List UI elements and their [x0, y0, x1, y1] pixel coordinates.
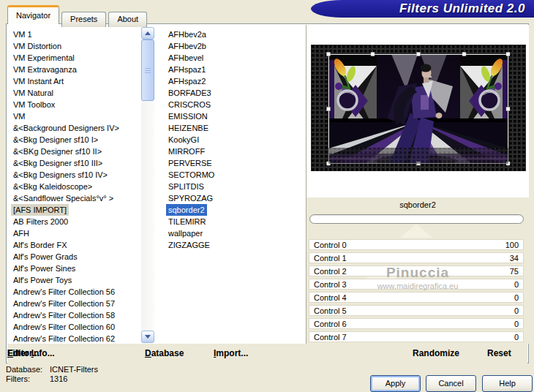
control-label: Control 4 — [314, 293, 347, 302]
category-list-item[interactable]: VM Toolbox — [7, 99, 141, 110]
category-list-item[interactable]: AB Filters 2000 — [7, 216, 141, 227]
category-list-item[interactable]: VM Experimental — [7, 52, 141, 64]
status-area: Database:ICNET-Filters Filters:1316 — [6, 365, 98, 384]
status-label: Filters: — [6, 374, 50, 384]
filter-list-item[interactable]: ZIGZAGGE — [157, 239, 306, 251]
category-list-item[interactable]: VM Natural — [7, 87, 141, 99]
filter-list-item[interactable]: MIRROFF — [157, 146, 306, 157]
category-list-item[interactable]: AFH — [7, 227, 141, 239]
filter-list-item[interactable]: SPLITDIS — [157, 181, 306, 192]
control-slider-row[interactable]: Control 1 34 — [309, 252, 524, 263]
control-label: Control 0 — [314, 240, 347, 249]
control-label: Control 3 — [314, 279, 347, 289]
apply-button[interactable]: Apply — [370, 375, 421, 392]
reset-button[interactable]: Reset — [487, 348, 511, 358]
filter-list-item[interactable]: PERVERSE — [157, 157, 306, 169]
controls-list: Control 0 100 Control 1 34 Control 2 75 … — [309, 239, 524, 344]
category-list-item[interactable]: Andrew's Filter Collection 56 — [7, 286, 141, 298]
control-value: 0 — [514, 279, 519, 289]
tab-bar: NavigatorPresetsAbout — [7, 5, 149, 23]
filter-list-item[interactable]: AFHbev2a — [157, 29, 306, 40]
scrollbar-down-button[interactable] — [141, 331, 154, 343]
filter-list-item[interactable]: sqborder2 — [157, 204, 306, 216]
watermark-triangle — [400, 224, 432, 238]
control-slider-row[interactable]: Control 6 0 — [309, 318, 524, 329]
cancel-button[interactable]: Cancel — [426, 375, 476, 392]
control-label: Control 6 — [314, 319, 347, 328]
scrollbar-grip-icon — [145, 68, 151, 74]
filter-list-item[interactable]: CRISCROS — [157, 99, 306, 110]
control-slider-row[interactable]: Control 2 75 — [309, 265, 524, 276]
chevron-down-icon — [145, 335, 151, 339]
category-list-item[interactable]: &<Bkg Designer sf10 III> — [7, 157, 141, 169]
category-list-item[interactable]: VM 1 — [7, 29, 141, 40]
filter-list-item[interactable]: BORFADE3 — [157, 87, 306, 99]
filter-list-item[interactable]: AFHspaz1 — [157, 64, 306, 75]
filter-list-item[interactable]: AFHspaz2 — [157, 75, 306, 87]
control-slider-row[interactable]: Control 4 0 — [309, 292, 524, 303]
status-value: ICNET-Filters — [50, 365, 98, 374]
tab[interactable]: Presets — [61, 12, 106, 27]
category-list-item[interactable]: Andrew's Filter Collection 60 — [7, 321, 141, 333]
scrollbar-up-button[interactable] — [141, 27, 154, 39]
filter-list-item[interactable]: KookyGI — [157, 134, 306, 146]
control-slider-row[interactable]: Control 7 0 — [309, 331, 524, 342]
category-list-item[interactable]: &<Bkg Designers sf10 IV> — [7, 169, 141, 181]
category-list-item[interactable]: Alf's Power Toys — [7, 274, 141, 286]
category-list-item[interactable]: &<Sandflower Specials°v° > — [7, 192, 141, 204]
control-value: 0 — [514, 293, 519, 302]
category-list-item[interactable]: Andrew's Filter Collection 57 — [7, 298, 141, 309]
category-list: VM 1 VM Distortion VM Experimental VM Ex… — [7, 25, 141, 344]
randomize-button[interactable]: Randomize — [413, 348, 459, 358]
main-panel: VM 1 VM Distortion VM Experimental VM Ex… — [6, 23, 529, 363]
filter-name-label: sqborder2 — [307, 197, 529, 213]
category-list-item[interactable]: VM Extravaganza — [7, 64, 141, 75]
category-list-item[interactable]: VM Distortion — [7, 40, 141, 52]
category-list-item[interactable]: &<Background Designers IV> — [7, 122, 141, 134]
control-slider-row[interactable]: Control 0 100 — [309, 239, 524, 250]
control-label: Control 1 — [314, 253, 347, 263]
control-value: 0 — [514, 332, 519, 342]
category-list-item[interactable]: VM — [7, 110, 141, 122]
category-list-item[interactable]: Alf's Power Grads — [7, 251, 141, 263]
category-list-item[interactable]: [AFS IMPORT] — [7, 204, 141, 216]
control-label: Control 7 — [314, 332, 347, 342]
category-list-item[interactable]: Andrew's Filter Collection 58 — [7, 309, 141, 321]
tab[interactable]: Navigator — [7, 5, 59, 24]
progress-bar — [309, 214, 524, 224]
window-title: Filters Unlimited 2.0 — [311, 0, 534, 17]
category-list-item[interactable]: Andrew's Filter Collection 62 — [7, 333, 141, 344]
category-list-item[interactable]: Alf's Power Sines — [7, 263, 141, 274]
control-label: Control 2 — [314, 266, 347, 276]
category-scrollbar[interactable] — [141, 27, 154, 343]
status-value: 1316 — [50, 374, 67, 383]
control-slider-row[interactable]: Control 3 0 — [309, 279, 524, 290]
category-list-item[interactable]: &<BKg Designer sf10 II> — [7, 146, 141, 157]
control-value: 100 — [505, 240, 519, 249]
filter-list-item[interactable]: AFHbev2b — [157, 40, 306, 52]
status-row: Database:ICNET-Filters — [6, 365, 98, 374]
category-list-item[interactable]: VM Instant Art — [7, 75, 141, 87]
filter-list-item[interactable]: EMISSION — [157, 110, 306, 122]
control-value: 75 — [510, 266, 519, 276]
filter-list-item[interactable]: HEIZENBE — [157, 122, 306, 134]
title-banner: Filters Unlimited 2.0 — [311, 0, 534, 18]
toolbar-menu-button[interactable]: Import... — [214, 348, 248, 358]
filter-list: AFHbev2a AFHbev2b AFHbevel AFHspaz1 AFHs… — [157, 25, 306, 344]
filter-list-item[interactable]: SPYROZAG — [157, 192, 306, 204]
filter-list-item[interactable]: TILEMIRR — [157, 216, 306, 227]
toolbar-menu-button[interactable]: Editor... — [7, 348, 40, 358]
filter-list-item[interactable]: wallpaper — [157, 227, 306, 239]
category-list-item[interactable]: Alf's Border FX — [7, 239, 141, 251]
control-value: 0 — [514, 319, 519, 328]
category-list-item[interactable]: &<Bkg Kaleidoscope> — [7, 181, 141, 192]
filter-list-item[interactable]: AFHbevel — [157, 52, 306, 64]
scrollbar-thumb[interactable] — [141, 39, 154, 101]
filter-list-item[interactable]: SECTORMO — [157, 169, 306, 181]
category-list-item[interactable]: &<Bkg Designer sf10 I> — [7, 134, 141, 146]
control-slider-row[interactable]: Control 5 0 — [309, 305, 524, 316]
help-button[interactable]: Help — [482, 375, 533, 392]
toolbar: Randomize Reset DatabaseImport...Filter … — [7, 344, 527, 363]
toolbar-menu-button[interactable]: Database — [145, 348, 184, 358]
tab[interactable]: About — [108, 12, 147, 27]
